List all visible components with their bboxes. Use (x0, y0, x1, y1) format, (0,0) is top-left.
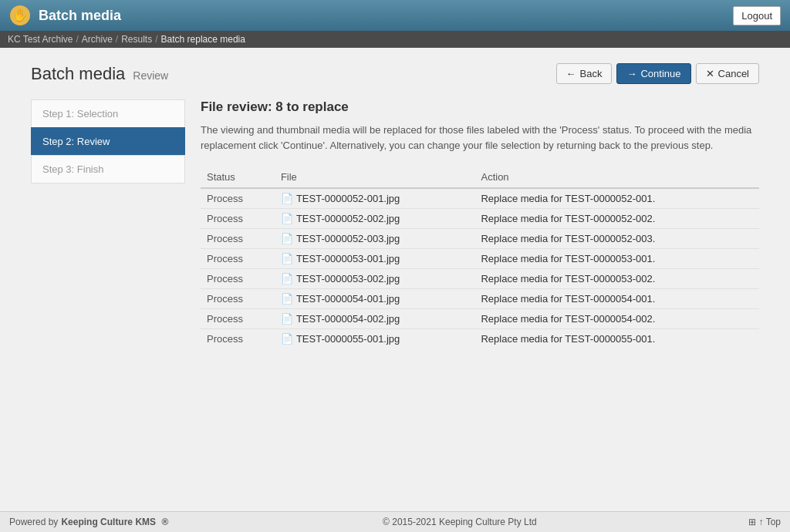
footer-left: Powered by Keeping Culture KMS ® (9, 517, 171, 527)
top-icon: ⊞ (748, 517, 756, 527)
main-content: Batch media Review ← Back → Continue ✕ C… (0, 48, 790, 511)
page-header: Batch media Review ← Back → Continue ✕ C… (31, 63, 759, 84)
steps-panel: Step 1: Selection Step 2: Review Step 3:… (31, 99, 185, 348)
review-description: The viewing and thumbnail media will be … (201, 123, 759, 153)
cell-file: 📄TEST-0000052-002.jpg (275, 209, 475, 229)
cell-action: Replace media for TEST-0000052-001. (474, 188, 759, 209)
cancel-x-icon: ✕ (706, 68, 714, 79)
breadcrumb-sep-3: / (155, 34, 157, 45)
file-icon: 📄 (281, 213, 293, 224)
top-link[interactable]: ⊞ ↑ Top (748, 517, 781, 527)
cell-status: Process (201, 209, 275, 229)
file-table: Status File Action Process📄TEST-0000052-… (201, 167, 759, 348)
table-row: Process📄TEST-0000054-002.jpgReplace medi… (201, 309, 759, 329)
header-left: ✋ Batch media (9, 5, 121, 26)
table-row: Process📄TEST-0000053-002.jpgReplace medi… (201, 269, 759, 289)
file-icon: 📄 (281, 293, 293, 305)
file-icon: 📄 (281, 253, 293, 264)
logout-button[interactable]: Logout (733, 6, 781, 25)
cell-action: Replace media for TEST-0000053-001. (474, 249, 759, 269)
page-title-area: Batch media Review (31, 64, 168, 84)
trademark: ® (159, 517, 168, 527)
brand-link[interactable]: Keeping Culture KMS ® (61, 517, 171, 527)
cell-status: Process (201, 329, 275, 349)
breadcrumb-sep-1: / (76, 34, 78, 45)
file-table-body: Process📄TEST-0000052-001.jpgReplace medi… (201, 188, 759, 348)
cancel-label: Cancel (718, 68, 749, 79)
file-icon: 📄 (281, 313, 293, 325)
cell-status: Process (201, 289, 275, 309)
top-label: ↑ Top (759, 517, 781, 527)
file-icon: 📄 (281, 193, 293, 204)
cell-file: 📄TEST-0000055-001.jpg (275, 329, 475, 349)
cell-status: Process (201, 269, 275, 289)
app-title: Batch media (39, 8, 121, 24)
app-header: ✋ Batch media Logout (0, 0, 790, 31)
breadcrumb-link-3[interactable]: Results (121, 34, 152, 45)
back-label: Back (580, 68, 603, 79)
content-area: Step 1: Selection Step 2: Review Step 3:… (31, 99, 759, 348)
footer-right: ⊞ ↑ Top (748, 517, 781, 527)
continue-label: Continue (640, 68, 680, 79)
cell-action: Replace media for TEST-0000052-003. (474, 229, 759, 249)
page-title: Batch media (31, 64, 125, 84)
cell-file: 📄TEST-0000053-002.jpg (275, 269, 475, 289)
breadcrumb-current: Batch replace media (161, 34, 245, 45)
breadcrumb: KC Test Archive / Archive / Results / Ba… (0, 31, 790, 48)
continue-button[interactable]: → Continue (616, 63, 690, 84)
review-panel: File review: 8 to replace The viewing an… (201, 99, 759, 348)
review-title: File review: 8 to replace (201, 99, 759, 115)
file-icon: 📄 (281, 233, 293, 244)
table-row: Process📄TEST-0000053-001.jpgReplace medi… (201, 249, 759, 269)
cell-file: 📄TEST-0000054-001.jpg (275, 289, 475, 309)
cancel-button[interactable]: ✕ Cancel (696, 63, 759, 84)
cell-action: Replace media for TEST-0000053-002. (474, 269, 759, 289)
cell-file: 📄TEST-0000054-002.jpg (275, 309, 475, 329)
table-header-row: Status File Action (201, 167, 759, 188)
back-arrow-icon: ← (566, 68, 576, 79)
table-row: Process📄TEST-0000052-001.jpgReplace medi… (201, 188, 759, 209)
footer: Powered by Keeping Culture KMS ® © 2015-… (0, 511, 790, 532)
breadcrumb-link-2[interactable]: Archive (82, 34, 113, 45)
file-icon: 📄 (281, 333, 293, 345)
footer-copyright: © 2015-2021 Keeping Culture Pty Ltd (383, 517, 537, 527)
table-row: Process📄TEST-0000052-003.jpgReplace medi… (201, 229, 759, 249)
cell-status: Process (201, 229, 275, 249)
cell-file: 📄TEST-0000053-001.jpg (275, 249, 475, 269)
step-1-item: Step 1: Selection (31, 99, 185, 128)
brand-name: Keeping Culture KMS (61, 517, 156, 527)
cell-status: Process (201, 309, 275, 329)
cell-file: 📄TEST-0000052-003.jpg (275, 229, 475, 249)
table-row: Process📄TEST-0000055-001.jpgReplace medi… (201, 329, 759, 349)
cell-action: Replace media for TEST-0000054-001. (474, 289, 759, 309)
col-file: File (275, 167, 475, 188)
powered-by-text: Powered by (9, 517, 58, 527)
cell-status: Process (201, 249, 275, 269)
cell-action: Replace media for TEST-0000052-002. (474, 209, 759, 229)
back-button[interactable]: ← Back (556, 63, 613, 84)
cell-action: Replace media for TEST-0000055-001. (474, 329, 759, 349)
svg-text:✋: ✋ (12, 8, 28, 22)
cell-file: 📄TEST-0000052-001.jpg (275, 188, 475, 209)
continue-arrow-icon: → (626, 68, 636, 79)
table-row: Process📄TEST-0000054-001.jpgReplace medi… (201, 289, 759, 309)
step-2-item: Step 2: Review (31, 127, 185, 156)
breadcrumb-sep-2: / (116, 34, 118, 45)
cell-status: Process (201, 188, 275, 209)
breadcrumb-link-1[interactable]: KC Test Archive (8, 34, 73, 45)
page-subtitle: Review (133, 69, 168, 82)
step-3-item: Step 3: Finish (31, 155, 185, 184)
header-buttons: ← Back → Continue ✕ Cancel (556, 63, 759, 84)
file-icon: 📄 (281, 273, 293, 285)
col-status: Status (201, 167, 275, 188)
cell-action: Replace media for TEST-0000054-002. (474, 309, 759, 329)
col-action: Action (474, 167, 759, 188)
table-row: Process📄TEST-0000052-002.jpgReplace medi… (201, 209, 759, 229)
app-logo: ✋ (9, 5, 31, 26)
